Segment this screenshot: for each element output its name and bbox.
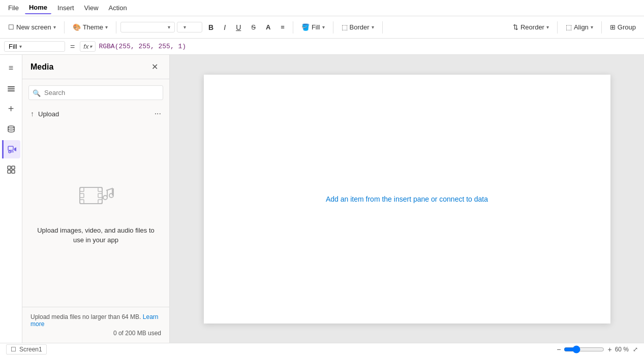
toolbar-sep-5 (382, 21, 383, 34)
svg-rect-1 (8, 88, 15, 89)
eq-symbol: = (68, 42, 77, 51)
reorder-button[interactable]: ⇅ Reorder ▾ (509, 21, 553, 33)
theme-chevron: ▾ (105, 24, 108, 30)
property-label: Fill (9, 43, 17, 50)
zoom-out-button[interactable]: − (556, 345, 562, 353)
group-label: Group (618, 23, 636, 31)
font-dropdown[interactable]: ▾ (120, 22, 175, 33)
screen-tab-icon: ☐ (11, 346, 16, 353)
property-chevron: ▾ (19, 44, 22, 49)
new-screen-chevron: ▾ (53, 24, 56, 30)
canvas-hint: Add an item from the insert pane or conn… (326, 195, 488, 203)
layers-icon[interactable] (2, 79, 20, 98)
canvas-hint-text: Add an item from the insert pane or (326, 195, 437, 203)
fx-button[interactable]: fx ▾ (80, 41, 96, 52)
menu-file[interactable]: File (4, 2, 23, 14)
svg-rect-9 (8, 170, 11, 173)
menu-home[interactable]: Home (25, 2, 51, 14)
svg-rect-13 (80, 193, 84, 198)
toolbar: ☐ New screen ▾ 🎨 Theme ▾ ▾ ▾ B I U S A ≡… (0, 16, 644, 39)
svg-point-18 (103, 196, 107, 200)
zoom-slider[interactable] (564, 345, 604, 353)
canvas-screen[interactable]: Add an item from the insert pane or conn… (204, 75, 610, 324)
align-items-icon: ⬚ (566, 23, 572, 31)
media-panel: Media ✕ 🔍 ↑ Upload ··· (22, 55, 170, 343)
theme-label: Theme (83, 23, 103, 31)
svg-rect-7 (8, 166, 11, 169)
search-icon: 🔍 (33, 89, 41, 96)
upload-left: ↑ Upload (30, 110, 59, 118)
status-left: ☐ Screen1 (6, 344, 47, 354)
empty-state: Upload images, video, and audio files to… (22, 121, 169, 307)
italic-button[interactable]: I (220, 21, 230, 34)
media-icon[interactable] (2, 140, 20, 158)
empty-state-icon (78, 183, 114, 219)
bold-button[interactable]: B (204, 21, 218, 34)
group-button[interactable]: ⊞ Group (606, 21, 640, 33)
panel-title: Media (30, 62, 53, 72)
panel-header: Media ✕ (22, 55, 169, 79)
upload-label: Upload (38, 110, 59, 118)
upload-row[interactable]: ↑ Upload ··· (22, 106, 169, 121)
reorder-icon: ⇅ (513, 23, 518, 31)
close-button[interactable]: ✕ (148, 61, 161, 73)
upload-more-button[interactable]: ··· (155, 109, 161, 118)
align-button[interactable]: ≡ (277, 21, 289, 33)
fill-chevron: ▾ (322, 24, 325, 30)
connect-to-data-link[interactable]: connect to data (439, 195, 488, 203)
underline-button[interactable]: U (232, 21, 245, 34)
new-screen-button[interactable]: ☐ New screen ▾ (4, 21, 60, 33)
align-chevron: ▾ (591, 24, 593, 30)
expand-button[interactable]: ⤢ (633, 346, 638, 353)
font-size-dropdown[interactable]: ▾ (177, 22, 202, 33)
strikethrough-button[interactable]: S (247, 21, 260, 33)
svg-rect-16 (98, 193, 102, 198)
toolbar-sep-6 (557, 21, 558, 34)
upload-icon: ↑ (30, 110, 34, 118)
hamburger-icon[interactable]: ≡ (2, 59, 20, 77)
border-button[interactable]: ⬚ Border ▾ (338, 21, 378, 33)
sidebar-icons: ≡ + (0, 55, 22, 343)
database-icon[interactable] (2, 120, 20, 138)
group-icon: ⊞ (610, 23, 616, 31)
font-size-chevron: ▾ (183, 24, 186, 30)
toolbar-sep-3 (293, 21, 293, 34)
svg-rect-4 (8, 146, 13, 150)
fx-chevron: ▾ (89, 44, 92, 49)
screen-tab[interactable]: ☐ Screen1 (6, 344, 47, 354)
svg-rect-8 (12, 166, 15, 169)
main-layout: ≡ + (0, 55, 644, 343)
align-items-label: Align (574, 23, 589, 31)
storage-info: 0 of 200 MB used (30, 330, 161, 337)
font-color-button[interactable]: A (262, 21, 274, 33)
search-input[interactable] (28, 85, 163, 100)
border-icon: ⬚ (342, 23, 348, 31)
menu-action[interactable]: Action (105, 2, 131, 14)
new-screen-icon: ☐ (8, 23, 14, 31)
components-icon[interactable] (2, 160, 20, 179)
zoom-in-button[interactable]: + (606, 345, 612, 353)
menu-insert[interactable]: Insert (53, 2, 78, 14)
svg-point-3 (8, 126, 14, 128)
theme-button[interactable]: 🎨 Theme ▾ (69, 21, 112, 33)
formula-value: RGBA(255, 255, 255, 1) (99, 43, 186, 50)
empty-state-text: Upload images, video, and audio files to… (33, 225, 159, 245)
reorder-label: Reorder (520, 23, 544, 31)
status-bar: ☐ Screen1 − + 60 % ⤢ (0, 343, 644, 355)
search-box: 🔍 (28, 85, 163, 100)
svg-rect-10 (12, 170, 15, 173)
screen-tab-label: Screen1 (19, 346, 42, 353)
menu-bar: File Home Insert View Action (0, 0, 644, 16)
fill-button[interactable]: 🪣 Fill ▾ (297, 21, 329, 33)
reorder-chevron: ▾ (546, 24, 549, 30)
svg-point-6 (9, 151, 11, 153)
add-icon[interactable]: + (2, 100, 20, 118)
toolbar-sep-1 (64, 21, 65, 34)
property-dropdown[interactable]: Fill ▾ (4, 41, 65, 52)
border-label: Border (350, 23, 370, 31)
canvas-area[interactable]: Add an item from the insert pane or conn… (170, 55, 644, 343)
fill-icon: 🪣 (301, 23, 310, 31)
zoom-level: 60 % (615, 346, 629, 353)
menu-view[interactable]: View (80, 2, 103, 14)
align-items-button[interactable]: ⬚ Align ▾ (562, 21, 597, 33)
